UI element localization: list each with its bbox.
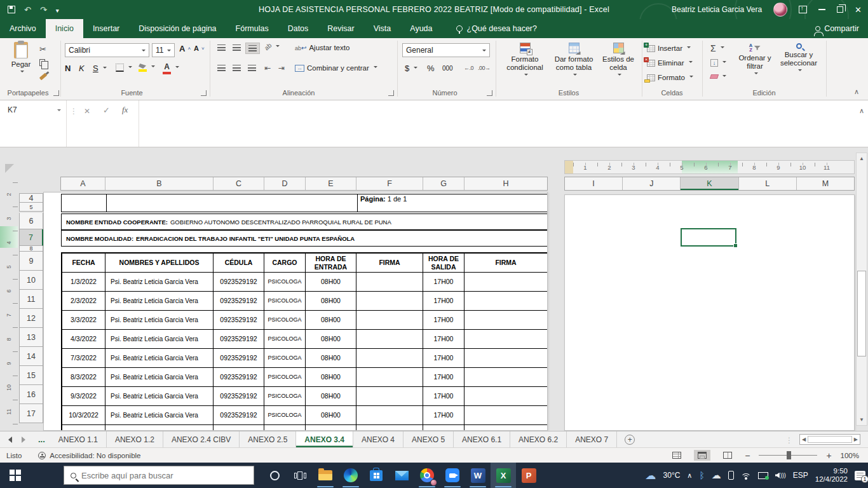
row-header[interactable]: 6 [19, 213, 43, 229]
page-right[interactable] [564, 194, 855, 431]
ribbon-tab[interactable]: Vista [364, 19, 401, 38]
horizontal-scrollbar[interactable]: ◀ ▶ [799, 434, 860, 445]
row-header[interactable]: 14 [19, 347, 43, 366]
action-center-icon[interactable]: 1 [855, 471, 865, 480]
cell-fecha[interactable]: 11/3/2022 [62, 425, 105, 431]
column-header[interactable]: H [465, 177, 547, 190]
vertical-ruler[interactable]: 234567891011 [0, 182, 18, 431]
copy-icon[interactable] [39, 59, 45, 66]
formula-bar-resize-handle[interactable] [70, 105, 78, 116]
header-firma-salida[interactable]: FIRMA [465, 254, 547, 272]
normal-view-button[interactable] [668, 450, 685, 461]
bluetooth-icon[interactable] [699, 470, 704, 480]
share-button[interactable]: Compartir [815, 19, 859, 38]
increase-decimal-icon[interactable] [464, 65, 473, 71]
scroll-up-icon[interactable]: ▲ [857, 153, 867, 164]
conditional-formatting-button[interactable]: Formato condicional [502, 43, 548, 78]
weather-icon[interactable] [646, 469, 656, 482]
cell-salida[interactable]: 17H00 [423, 311, 465, 329]
zoom-in-icon[interactable] [826, 451, 831, 461]
row-header-selected[interactable]: 7 [19, 229, 43, 246]
number-format-select[interactable]: General [402, 43, 490, 57]
cell-firma-entrada[interactable] [356, 425, 423, 431]
enter-icon[interactable] [103, 104, 110, 116]
vertical-scrollbar-thumb[interactable] [857, 271, 866, 356]
cell-entrada[interactable]: 08H00 [306, 349, 356, 367]
cell-cedula[interactable]: 0923529192 [214, 406, 264, 424]
zoom-app-button[interactable] [440, 463, 465, 488]
sheet-tab[interactable]: ANEXO 1.2 [107, 431, 163, 447]
format-as-table-button[interactable]: Dar formato como tabla [550, 43, 597, 78]
cell-fecha[interactable]: 2/3/2022 [62, 292, 105, 310]
cell-salida[interactable]: 17H00 [423, 292, 465, 310]
wifi-icon[interactable] [741, 471, 751, 479]
column-header[interactable]: K [681, 177, 738, 190]
fill-down-icon[interactable] [710, 59, 726, 67]
ribbon-tab[interactable]: Disposición de página [129, 19, 226, 38]
header-nombres[interactable]: NOMBRES Y APELLIDOS [105, 254, 214, 272]
cell-cedula[interactable]: 0923529192 [214, 292, 264, 310]
sheet-nav-right-icon[interactable] [17, 431, 33, 447]
decrease-font-icon[interactable] [194, 44, 205, 52]
cell-firma-salida[interactable] [465, 425, 547, 431]
avatar[interactable] [773, 3, 787, 17]
column-header[interactable]: E [306, 177, 356, 190]
zoom-slider-thumb[interactable] [787, 451, 791, 459]
font-name-select[interactable]: Calibri [65, 43, 149, 57]
align-top-icon[interactable] [215, 43, 228, 53]
cancel-icon[interactable] [84, 105, 90, 116]
decrease-decimal-icon[interactable] [478, 65, 491, 71]
cell-firma-entrada[interactable] [356, 292, 423, 310]
language-indicator[interactable]: ESP [793, 471, 808, 480]
vertical-scrollbar[interactable]: ▲ ▼ [856, 152, 867, 426]
align-left-icon[interactable] [215, 63, 228, 73]
cell-fecha[interactable]: 3/3/2022 [62, 311, 105, 329]
cut-icon[interactable] [39, 44, 46, 54]
cell-entrada[interactable]: 08H00 [306, 425, 356, 431]
selected-cell-K7[interactable] [681, 228, 736, 247]
header-cargo[interactable]: CARGO [264, 254, 306, 272]
formula-input[interactable] [139, 100, 854, 147]
entity-row[interactable]: NOMBRE ENTIDAD COOPERANTE: GOBIERNO AUTO… [61, 214, 548, 230]
hidden-icons-chevron[interactable] [687, 471, 692, 480]
underline-button[interactable]: S [93, 64, 104, 73]
insert-function-icon[interactable] [122, 104, 128, 115]
cell-fecha[interactable]: 4/3/2022 [62, 330, 105, 348]
cell-firma-salida[interactable] [465, 368, 547, 386]
formula-bar-collapse-icon[interactable] [859, 104, 864, 116]
cell-cargo[interactable]: PSICOLOGA [264, 330, 306, 348]
header-hora-entrada[interactable]: HORA DE ENTRADA [306, 254, 356, 272]
accessibility-status[interactable]: Accesibilidad: No disponible [50, 452, 140, 459]
cell-cargo[interactable]: PSICOLOGA [264, 387, 306, 405]
cell-salida[interactable]: 17H00 [423, 368, 465, 386]
sheet-tab[interactable]: ANEXO 3.4 [296, 431, 353, 447]
sheet-tab[interactable]: ANEXO 5 [403, 431, 454, 447]
cell-entrada[interactable]: 08H00 [306, 368, 356, 386]
cell-firma-entrada[interactable] [356, 349, 423, 367]
cell-salida[interactable]: 17H00 [423, 330, 465, 348]
bold-button[interactable]: N [65, 64, 76, 73]
number-dialog-launcher[interactable] [487, 90, 492, 96]
cell-cedula[interactable]: 0923529192 [214, 311, 264, 329]
cell-salida[interactable]: 17H00 [423, 273, 465, 291]
header-hora-salida[interactable]: HORA DE SALIDA [423, 254, 465, 272]
ribbon-tab[interactable]: Insertar [83, 19, 129, 38]
temperature[interactable]: 30°C [663, 471, 681, 480]
mail-button[interactable] [389, 463, 414, 488]
page-layout-view-button[interactable] [694, 450, 710, 461]
cell-firma-entrada[interactable] [356, 311, 423, 329]
column-header[interactable]: I [565, 177, 623, 190]
paste-button[interactable]: Pegar [5, 42, 37, 74]
header-firma-entrada[interactable]: FIRMA [356, 254, 423, 272]
word-button[interactable]: W [465, 463, 491, 488]
close-icon[interactable] [855, 4, 862, 15]
cell-nombres[interactable]: Psi. Beatriz Leticia Garcia Vera [105, 406, 214, 424]
delete-cells-button[interactable]: Eliminar [647, 59, 693, 67]
column-header[interactable]: B [105, 177, 214, 190]
chrome-button[interactable] [414, 463, 440, 488]
cell-salida[interactable]: 17H00 [423, 349, 465, 367]
percent-icon[interactable]: % [427, 64, 435, 73]
user-name[interactable]: Beatriz Leticia Garcia Vera [672, 5, 762, 14]
cell-salida[interactable]: 17H00 [423, 387, 465, 405]
minimize-icon[interactable] [818, 9, 825, 10]
